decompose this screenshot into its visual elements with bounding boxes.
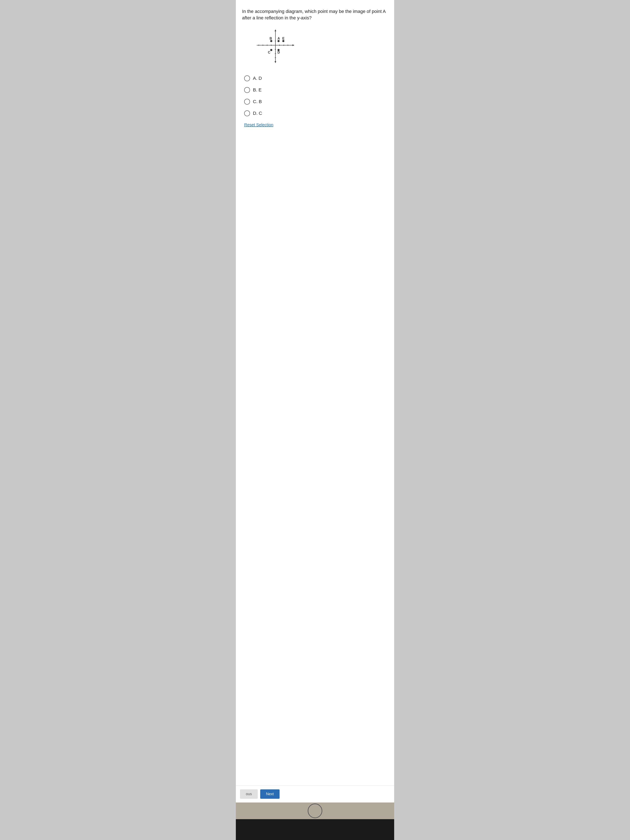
home-button[interactable]: [308, 804, 322, 818]
home-bar-area: [236, 802, 394, 819]
radio-c[interactable]: [244, 99, 250, 104]
svg-point-16: [270, 40, 272, 42]
svg-text:C: C: [268, 51, 270, 54]
bottom-decoration: [236, 819, 394, 840]
coordinate-diagram: B A E C D: [254, 27, 296, 69]
choice-label-d: D. C: [253, 111, 262, 116]
choice-item-a[interactable]: A. D: [244, 76, 388, 81]
choice-item-d[interactable]: D. C: [244, 111, 388, 116]
svg-text:A: A: [278, 37, 280, 40]
svg-marker-4: [275, 61, 276, 63]
svg-text:B: B: [270, 37, 272, 40]
svg-point-20: [282, 40, 284, 42]
radio-b[interactable]: [244, 87, 250, 93]
radio-d[interactable]: [244, 111, 250, 116]
radio-a[interactable]: [244, 76, 250, 81]
svg-point-18: [278, 40, 279, 42]
screen: In the accompanying diagram, which point…: [236, 0, 394, 785]
reset-selection-link[interactable]: Reset Selection: [244, 123, 388, 127]
choice-label-b: B. E: [253, 87, 262, 93]
svg-text:D: D: [278, 51, 280, 54]
choice-label-c: C. B: [253, 99, 262, 104]
tablet-frame: In the accompanying diagram, which point…: [236, 0, 394, 840]
next-button[interactable]: Next: [260, 789, 279, 799]
prev-button[interactable]: ous: [240, 789, 258, 799]
nav-bar: ous Next: [236, 785, 394, 802]
choice-label-a: A. D: [253, 76, 262, 81]
svg-text:E: E: [282, 37, 284, 40]
answer-choices: A. D B. E C. B D. C: [244, 76, 388, 116]
question-text: In the accompanying diagram, which point…: [242, 8, 388, 21]
svg-point-22: [270, 49, 272, 51]
diagram-container: B A E C D: [254, 27, 296, 69]
choice-item-c[interactable]: C. B: [244, 99, 388, 104]
svg-marker-3: [275, 30, 276, 31]
choice-item-b[interactable]: B. E: [244, 87, 388, 93]
svg-marker-1: [292, 44, 294, 46]
